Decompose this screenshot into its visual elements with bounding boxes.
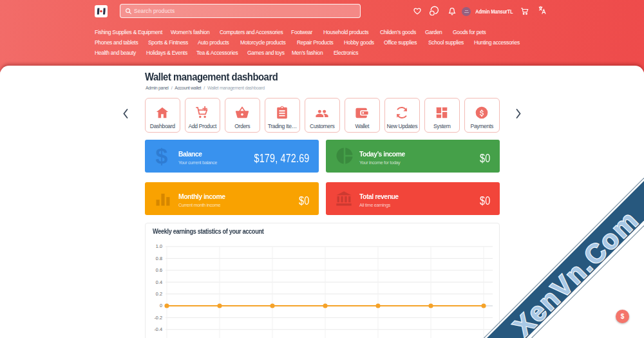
svg-text:0.6: 0.6 <box>156 267 162 273</box>
svg-text:0.2: 0.2 <box>156 291 162 297</box>
svg-text:0.8: 0.8 <box>156 256 162 261</box>
svg-text:$: $ <box>156 144 168 168</box>
svg-text:-0.2: -0.2 <box>154 315 162 321</box>
svg-text:1.0: 1.0 <box>156 243 162 249</box>
svg-text:0: 0 <box>160 303 162 308</box>
svg-text:-0.4: -0.4 <box>154 326 162 332</box>
svg-text:0.4: 0.4 <box>156 279 162 285</box>
